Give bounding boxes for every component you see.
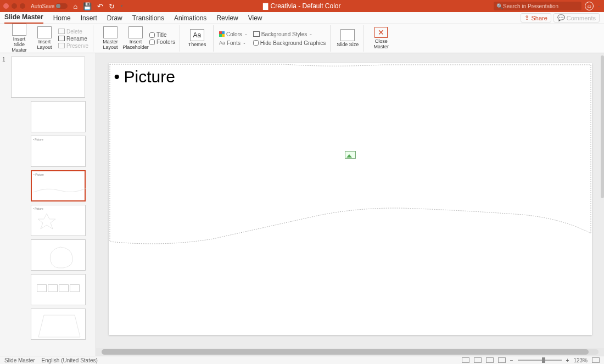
- horizontal-scrollbar[interactable]: [96, 348, 604, 356]
- autosave-toggle[interactable]: AutoSave: [31, 3, 68, 9]
- colors-icon: [219, 31, 225, 37]
- picture-placeholder-label[interactable]: • Picture: [114, 68, 175, 86]
- thumbnail-layout-6[interactable]: [31, 274, 86, 305]
- thumbnail-panel[interactable]: 1 • Picture • Picture • Picture: [0, 53, 96, 356]
- comments-button[interactable]: 💬Comments: [553, 13, 600, 23]
- slide-canvas[interactable]: • Picture: [109, 63, 592, 335]
- autosave-label: AutoSave: [31, 3, 54, 9]
- search-box[interactable]: 🔍: [494, 2, 581, 10]
- fonts-icon: Aa: [219, 40, 225, 46]
- toggle-icon[interactable]: [55, 3, 68, 9]
- zoom-in-button[interactable]: +: [566, 357, 569, 363]
- status-bar: Slide Master English (United States) − +…: [0, 356, 604, 364]
- chevron-down-icon: ⌄: [243, 41, 246, 45]
- vertical-scrollbar[interactable]: [601, 53, 604, 348]
- rename-button[interactable]: Rename: [58, 36, 88, 42]
- quick-access-toolbar: ⌂ 💾 ↶ ↻ ▾: [73, 2, 123, 10]
- slide-size-icon: [340, 29, 355, 41]
- master-layout-button[interactable]: Master Layout: [99, 26, 122, 51]
- rename-icon: [58, 36, 65, 41]
- document-title: ▇ Creativia - Default Color: [263, 2, 340, 10]
- zoom-slider[interactable]: [518, 360, 562, 361]
- colors-button[interactable]: Colors⌄: [219, 31, 248, 37]
- thumbnail-layout-4[interactable]: • Picture: [31, 205, 86, 236]
- insert-layout-button[interactable]: Insert Layout: [33, 26, 56, 51]
- title-checkbox[interactable]: Title: [149, 32, 175, 38]
- themes-button[interactable]: Aa Themes: [186, 29, 209, 48]
- group-background: Colors⌄ Aa Fonts⌄ Background Styles⌄ Hid…: [215, 25, 331, 52]
- qat-dropdown-icon[interactable]: ▾: [121, 4, 123, 8]
- thumbnail-layout-3[interactable]: • Picture: [31, 170, 86, 201]
- close-window-icon[interactable]: [3, 3, 9, 9]
- title-bar: AutoSave ⌂ 💾 ↶ ↻ ▾ ▇ Creativia - Default…: [0, 0, 604, 12]
- group-size: Slide Size: [332, 25, 364, 52]
- slideshow-view-button[interactable]: [498, 357, 506, 363]
- tab-animations[interactable]: Animations: [174, 14, 206, 24]
- canvas-area: • Picture: [96, 53, 604, 356]
- close-master-button[interactable]: ✕ Close Master: [370, 27, 393, 50]
- thumbnail-layout-1[interactable]: [31, 101, 86, 132]
- tab-view[interactable]: View: [248, 14, 262, 24]
- thumbnail-master[interactable]: [11, 57, 85, 98]
- insert-placeholder-button[interactable]: Insert Placeholder: [124, 26, 147, 51]
- account-dropdown-icon[interactable]: ⌄: [597, 4, 601, 8]
- star-thumb-icon: [33, 207, 86, 234]
- layout-icon: [37, 26, 52, 38]
- chevron-down-icon: ⌄: [309, 32, 312, 36]
- footers-checkbox[interactable]: Footers: [149, 39, 175, 45]
- undo-icon[interactable]: ↶: [97, 2, 103, 10]
- preserve-icon: [58, 43, 65, 48]
- thumbnail-layout-7[interactable]: [31, 309, 86, 340]
- preserve-button[interactable]: Preserve: [58, 43, 88, 49]
- sorter-view-button[interactable]: [474, 357, 482, 363]
- search-input[interactable]: [503, 3, 579, 9]
- zoom-out-button[interactable]: −: [510, 357, 513, 363]
- tab-insert[interactable]: Insert: [81, 14, 97, 24]
- maximize-window-icon[interactable]: [20, 3, 25, 9]
- delete-button[interactable]: Delete: [58, 29, 88, 35]
- minimize-window-icon[interactable]: [12, 3, 17, 9]
- save-icon[interactable]: 💾: [83, 2, 92, 10]
- background-icon: [253, 31, 260, 37]
- group-edit-master: Insert Slide Master Insert Layout Delete…: [3, 25, 93, 52]
- ribbon: Insert Slide Master Insert Layout Delete…: [0, 24, 604, 53]
- reading-view-button[interactable]: [486, 357, 494, 363]
- canvas-scroll[interactable]: • Picture: [96, 53, 604, 348]
- comments-icon: 💬: [557, 14, 565, 21]
- slide-size-button[interactable]: Slide Size: [336, 29, 359, 48]
- thumbnail-layout-2[interactable]: • Picture: [31, 136, 86, 167]
- master-layout-icon: [103, 26, 118, 38]
- tab-draw[interactable]: Draw: [107, 14, 122, 24]
- close-icon: ✕: [374, 27, 388, 38]
- tab-review[interactable]: Review: [216, 14, 238, 24]
- blob-thumb-icon: [33, 242, 86, 269]
- background-styles-button[interactable]: Background Styles⌄: [253, 31, 326, 37]
- group-close: ✕ Close Master: [365, 25, 397, 52]
- status-view: Slide Master: [4, 357, 35, 363]
- hide-background-checkbox[interactable]: Hide Background Graphics: [253, 40, 326, 46]
- master-number: 1: [2, 57, 5, 63]
- hscroll-thumb[interactable]: [102, 349, 589, 355]
- fit-to-window-button[interactable]: [592, 357, 600, 363]
- main-area: 1 • Picture • Picture • Picture: [0, 53, 604, 356]
- picture-placeholder-icon[interactable]: [345, 151, 356, 159]
- home-icon[interactable]: ⌂: [73, 2, 77, 10]
- tab-home[interactable]: Home: [53, 14, 71, 24]
- group-themes: Aa Themes: [181, 25, 214, 52]
- title-text: Creativia - Default Color: [270, 2, 340, 10]
- vscroll-thumb[interactable]: [601, 55, 604, 198]
- fonts-button[interactable]: Aa Fonts⌄: [219, 40, 248, 46]
- wave-shape: [109, 63, 592, 335]
- redo-icon[interactable]: ↻: [109, 2, 115, 10]
- status-language[interactable]: English (United States): [42, 357, 98, 363]
- zoom-level[interactable]: 123%: [573, 357, 588, 363]
- search-icon: 🔍: [496, 3, 503, 9]
- placeholder-icon: [128, 26, 143, 38]
- tab-transitions[interactable]: Transitions: [132, 14, 164, 24]
- user-account-icon[interactable]: ☺: [585, 2, 594, 10]
- normal-view-button[interactable]: [462, 357, 469, 363]
- share-button[interactable]: ⇪Share: [521, 13, 551, 23]
- thumbnail-layout-5[interactable]: [31, 239, 86, 271]
- insert-slide-master-button[interactable]: Insert Slide Master: [8, 24, 31, 53]
- tab-slide-master[interactable]: Slide Master: [4, 13, 43, 24]
